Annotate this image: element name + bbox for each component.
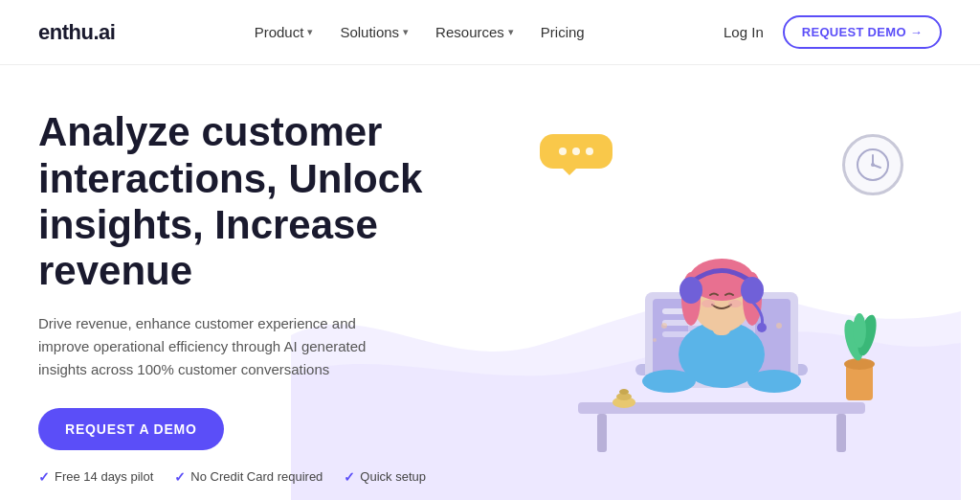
bubble-dot-1 xyxy=(559,148,567,155)
hero-title: Analyze customer interactions, Unlock in… xyxy=(38,109,469,294)
login-button[interactable]: Log In xyxy=(724,24,764,40)
nav-resources[interactable]: Resources ▾ xyxy=(435,24,514,40)
svg-rect-6 xyxy=(836,414,846,452)
hero-illustration xyxy=(482,115,942,479)
check-icon-2: ✓ xyxy=(174,469,186,485)
svg-point-11 xyxy=(853,313,866,348)
svg-point-29 xyxy=(757,323,767,332)
hero-subtitle: Drive revenue, enhance customer experien… xyxy=(38,312,402,381)
chevron-down-icon: ▾ xyxy=(508,26,514,38)
trust-badges: ✓ Free 14 days pilot ✓ No Credit Card re… xyxy=(38,469,469,485)
navbar: enthu.ai Product ▾ Solutions ▾ Resources… xyxy=(0,0,980,65)
check-icon-1: ✓ xyxy=(38,469,50,485)
check-icon-3: ✓ xyxy=(344,469,355,485)
svg-point-27 xyxy=(679,277,702,304)
nav-cta-group: Log In REQUEST DEMO → xyxy=(724,15,942,49)
trust-item-2: ✓ No Credit Card required xyxy=(174,469,323,485)
trust-item-1: ✓ Free 14 days pilot xyxy=(38,469,153,485)
svg-point-33 xyxy=(653,338,657,342)
bubble-dot-2 xyxy=(572,148,580,155)
logo[interactable]: enthu.ai xyxy=(38,20,115,45)
svg-point-34 xyxy=(776,323,782,329)
svg-point-28 xyxy=(741,277,764,304)
nav-links: Product ▾ Solutions ▾ Resources ▾ Pricin… xyxy=(255,24,585,40)
hero-cta-button[interactable]: REQUEST A DEMO xyxy=(38,408,224,450)
request-demo-button[interactable]: REQUEST DEMO → xyxy=(783,15,942,49)
svg-point-30 xyxy=(642,370,696,393)
hero-left: Analyze customer interactions, Unlock in… xyxy=(38,109,469,484)
svg-point-32 xyxy=(661,323,667,329)
trust-item-3: ✓ Quick setup xyxy=(344,469,426,485)
nav-solutions[interactable]: Solutions ▾ xyxy=(340,24,409,40)
svg-point-26 xyxy=(728,300,742,307)
nav-product[interactable]: Product ▾ xyxy=(255,24,314,40)
svg-point-37 xyxy=(619,389,629,395)
svg-point-3 xyxy=(871,163,875,167)
bubble-dot-3 xyxy=(586,148,593,155)
chevron-down-icon: ▾ xyxy=(307,26,313,38)
svg-point-31 xyxy=(747,370,801,393)
chevron-down-icon: ▾ xyxy=(403,26,409,38)
speech-bubble xyxy=(540,134,612,169)
nav-pricing[interactable]: Pricing xyxy=(541,24,585,40)
svg-rect-5 xyxy=(597,414,607,452)
hero-section: Analyze customer interactions, Unlock in… xyxy=(0,65,980,500)
svg-point-25 xyxy=(702,300,715,307)
clock-icon xyxy=(842,134,903,195)
